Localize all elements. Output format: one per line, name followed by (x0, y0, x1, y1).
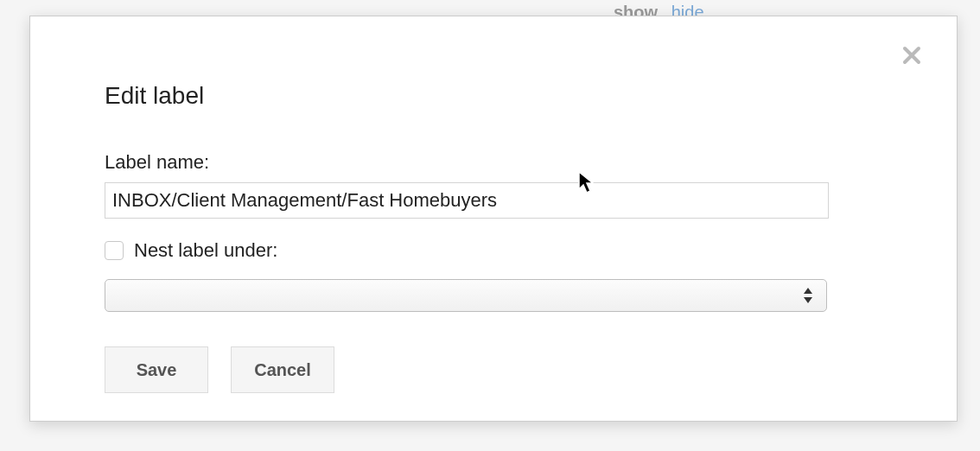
edit-label-dialog: Edit label Label name: Nest label under:… (29, 16, 958, 422)
close-button[interactable] (900, 44, 924, 68)
dialog-title: Edit label (105, 82, 882, 110)
nest-checkbox[interactable] (105, 241, 124, 260)
nest-parent-select[interactable] (105, 279, 827, 312)
dialog-body: Edit label Label name: Nest label under:… (30, 16, 957, 428)
select-arrows-icon (802, 287, 814, 304)
cancel-button[interactable]: Cancel (231, 346, 334, 393)
close-icon (901, 41, 922, 72)
label-name-input[interactable] (105, 182, 829, 219)
nest-checkbox-row: Nest label under: (105, 239, 882, 262)
save-button[interactable]: Save (105, 346, 208, 393)
svg-marker-3 (804, 297, 812, 303)
svg-marker-2 (804, 288, 812, 294)
nest-checkbox-label: Nest label under: (134, 239, 277, 262)
label-name-field-label: Label name: (105, 151, 882, 174)
dialog-actions: Save Cancel (105, 346, 882, 393)
nest-select-wrap (105, 279, 827, 312)
